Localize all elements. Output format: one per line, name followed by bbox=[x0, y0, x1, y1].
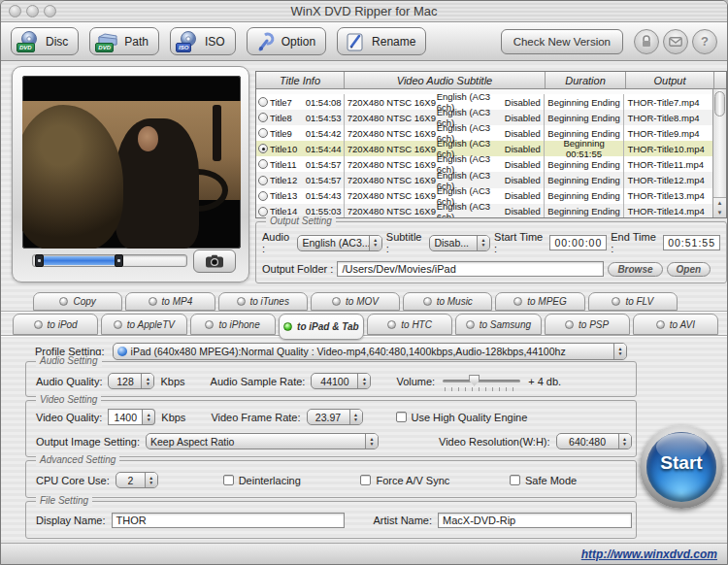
display-name-input[interactable]: THOR bbox=[112, 513, 345, 528]
duration-cell[interactable]: Beginning 00:51:55 bbox=[545, 141, 625, 156]
title-radio-button[interactable] bbox=[258, 97, 268, 107]
format-tab[interactable]: to MP4 bbox=[125, 292, 215, 311]
close-button[interactable] bbox=[9, 5, 21, 17]
format-tab[interactable]: to iPod bbox=[13, 314, 98, 335]
subtitle-state[interactable]: Disabled bbox=[504, 190, 541, 201]
dvd-folder-icon: DVD bbox=[96, 31, 119, 52]
help-button[interactable]: ? bbox=[692, 29, 717, 54]
subtitle-state[interactable]: Disabled bbox=[504, 144, 541, 154]
checkbox[interactable] bbox=[223, 475, 234, 485]
rename-button-label: Rename bbox=[372, 35, 415, 49]
profile-select[interactable]: iPad (640x480 MPEG4):Normal Quality : Vi… bbox=[113, 343, 627, 360]
tab-led-icon bbox=[565, 320, 574, 329]
open-button[interactable]: Open bbox=[667, 262, 711, 277]
path-button-label: Path bbox=[124, 35, 149, 49]
subtitle-state[interactable]: Disabled bbox=[504, 175, 541, 185]
contact-button[interactable] bbox=[663, 29, 688, 54]
volume-slider-thumb[interactable] bbox=[469, 375, 480, 386]
title-radio-button[interactable] bbox=[258, 191, 268, 201]
output-folder-input[interactable]: /Users/Dev/Movies/iPad bbox=[337, 261, 604, 277]
duration-cell[interactable]: Beginning Ending bbox=[545, 172, 625, 187]
format-tab[interactable]: to PSP bbox=[545, 314, 630, 335]
format-tab[interactable]: to AppleTV bbox=[101, 314, 186, 335]
sample-rate-select[interactable]: 44100 bbox=[311, 373, 371, 389]
volume-slider[interactable] bbox=[443, 374, 520, 389]
subtitle-select[interactable]: Disab... bbox=[429, 235, 490, 251]
zoom-button[interactable] bbox=[44, 5, 56, 17]
audio-track[interactable]: English (AC3 6ch) bbox=[437, 201, 504, 218]
duration-cell[interactable]: Beginning Ending bbox=[545, 204, 625, 218]
end-time-field[interactable]: 00:51:55 bbox=[663, 235, 720, 250]
video-preview-screen[interactable] bbox=[22, 76, 241, 249]
trim-start-handle[interactable] bbox=[35, 254, 44, 267]
title-radio-button[interactable] bbox=[258, 144, 268, 153]
advanced-checkbox-item[interactable]: Force A/V Sync bbox=[360, 475, 449, 486]
format-tab[interactable]: to MOV bbox=[311, 292, 400, 311]
column-header-output[interactable]: Output bbox=[626, 72, 714, 88]
checkbox[interactable] bbox=[360, 475, 371, 485]
artist-name-input[interactable]: MacX-DVD-Rip bbox=[438, 513, 632, 528]
start-time-field[interactable]: 00:00:00 bbox=[549, 235, 607, 250]
title-cell: Title9 01:54:42 bbox=[256, 125, 345, 141]
minimize-button[interactable] bbox=[26, 5, 39, 17]
advanced-checkbox-item[interactable]: Deinterlacing bbox=[223, 475, 301, 486]
title-radio-button[interactable] bbox=[258, 159, 268, 169]
title-radio-button[interactable] bbox=[258, 113, 268, 122]
column-header-duration[interactable]: Duration bbox=[546, 72, 626, 88]
hq-engine-checkbox-item[interactable]: Use High Quality Engine bbox=[396, 412, 528, 423]
duration-cell[interactable]: Beginning Ending bbox=[545, 94, 625, 110]
disc-button[interactable]: DVD Disc bbox=[11, 27, 79, 55]
hq-engine-checkbox[interactable] bbox=[396, 412, 407, 422]
format-tab[interactable]: to Samsung bbox=[455, 314, 541, 335]
format-tab[interactable]: to iPhone bbox=[190, 314, 276, 335]
check-new-version-button[interactable]: Check New Version bbox=[501, 29, 623, 54]
subtitle-state[interactable]: Disabled bbox=[504, 97, 541, 108]
option-button[interactable]: Option bbox=[247, 27, 326, 55]
duration-cell[interactable]: Beginning Ending bbox=[545, 156, 625, 172]
column-header-title-info[interactable]: Title Info bbox=[256, 72, 345, 88]
title-radio-button[interactable] bbox=[258, 176, 268, 185]
format-tab[interactable]: to MPEG bbox=[495, 292, 584, 311]
column-header-video-audio-subtitle[interactable]: Video Audio Subtitle bbox=[345, 72, 546, 88]
format-tab[interactable]: Copy bbox=[33, 292, 122, 311]
frame-rate-select[interactable]: 23.97 bbox=[307, 409, 363, 425]
rename-button[interactable]: Rename bbox=[337, 27, 426, 55]
audio-select[interactable]: English (AC3... bbox=[297, 235, 381, 251]
cpu-core-select[interactable]: 2 bbox=[116, 472, 158, 488]
checkbox[interactable] bbox=[510, 475, 520, 485]
trim-slider[interactable] bbox=[32, 254, 187, 267]
subtitle-state[interactable]: Disabled bbox=[504, 206, 541, 216]
subtitle-state[interactable]: Disabled bbox=[504, 128, 541, 139]
format-tab-label: to HTC bbox=[401, 319, 432, 330]
snapshot-button[interactable] bbox=[193, 249, 236, 273]
table-scrollbar[interactable]: ▲▼ bbox=[712, 89, 726, 217]
format-tab[interactable]: to HTC bbox=[367, 314, 452, 335]
register-button[interactable] bbox=[634, 29, 659, 54]
website-link[interactable]: http://www.winxdvd.com bbox=[581, 548, 717, 561]
audio-quality-select[interactable]: 128 bbox=[108, 373, 154, 389]
option-button-label: Option bbox=[281, 35, 315, 49]
subtitle-state[interactable]: Disabled bbox=[504, 159, 541, 170]
image-setting-select[interactable]: Keep Aspect Ratio bbox=[146, 433, 379, 449]
resolution-select[interactable]: 640:480 bbox=[556, 433, 632, 449]
stepper-arrows-icon[interactable] bbox=[143, 409, 155, 425]
browse-button[interactable]: Browse bbox=[608, 262, 662, 277]
subtitle-state[interactable]: Disabled bbox=[504, 113, 541, 123]
advanced-checkbox-item[interactable]: Safe Mode bbox=[510, 475, 577, 486]
titlebar[interactable]: WinX DVD Ripper for Mac bbox=[1, 1, 727, 22]
iso-button[interactable]: ISO ISO bbox=[170, 27, 236, 55]
format-tab[interactable]: to FLV bbox=[588, 292, 678, 311]
start-button[interactable]: Start bbox=[640, 425, 723, 509]
scrollbar-arrows[interactable]: ▲▼ bbox=[713, 197, 726, 217]
format-tab[interactable]: to iPad & Tab bbox=[279, 314, 364, 340]
format-tab[interactable]: to AVI bbox=[633, 314, 718, 335]
title-radio-button[interactable] bbox=[258, 128, 268, 138]
duration-cell[interactable]: Beginning Ending bbox=[545, 188, 625, 204]
trim-end-handle[interactable] bbox=[115, 254, 123, 267]
format-tab[interactable]: to iTunes bbox=[218, 292, 308, 311]
video-quality-field[interactable]: 1400 bbox=[108, 409, 155, 425]
path-button[interactable]: DVD Path bbox=[89, 27, 159, 55]
duration-cell[interactable]: Beginning Ending bbox=[545, 110, 625, 125]
scrollbar-thumb[interactable] bbox=[714, 91, 725, 116]
format-tab[interactable]: to Music bbox=[403, 292, 492, 311]
